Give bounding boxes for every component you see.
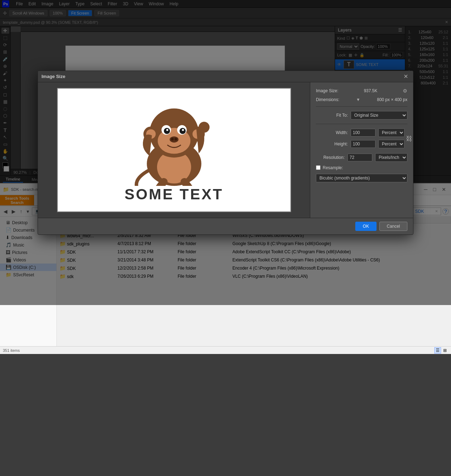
dialog-dimensions-dropdown-icon[interactable]: ▼ (356, 97, 360, 102)
dialog-ok-button[interactable]: OK (355, 222, 376, 231)
dialog-resolution-label: Resolution: (316, 155, 345, 160)
dialog-title: Image Size (41, 74, 65, 79)
dialog-resample-row: Resample: (316, 165, 407, 170)
dialog-width-label: Width: (316, 130, 348, 135)
svg-point-35 (199, 122, 210, 133)
svg-point-25 (179, 128, 185, 134)
svg-point-27 (182, 129, 184, 131)
dialog-height-label: Height: (316, 142, 348, 146)
dialog-height-input[interactable] (351, 140, 375, 148)
dialog-close-button[interactable]: ✕ (402, 73, 410, 80)
dialog-resolution-row: Resolution: Pixels/InchPixels/cm (316, 153, 407, 162)
dialog-resample-select[interactable]: Bicubic (smooth gradients) Automatic (316, 174, 407, 182)
dialog-height-row: Height: PercentPixelsInches (316, 140, 405, 148)
dialog-chain-icon: ⛓ (406, 128, 412, 150)
dialog-dimensions-label: Dimensions: (316, 97, 339, 102)
item-count-label: 351 items (3, 348, 20, 353)
dialog-image-size-label: Image Size: (316, 88, 338, 93)
dialog-image-size-row: Image Size: 937.5K ⚙ (316, 88, 407, 94)
dialog-height-unit[interactable]: PercentPixelsInches (378, 140, 405, 148)
svg-point-29 (171, 138, 174, 140)
dialog-preview-monkey (93, 97, 256, 186)
dialog-title-bar: Image Size ✕ (38, 71, 413, 82)
dialog-width-row: Width: PercentPixelsInches (316, 128, 405, 137)
svg-point-28 (169, 136, 178, 142)
dialog-fit-to-row: Fit To: Original Size Custom (316, 111, 407, 120)
dialog-preview-canvas: SOME TEXT (57, 88, 291, 212)
dialog-fit-to-label: Fit To: (316, 113, 348, 118)
dialog-cancel-button[interactable]: Cancel (379, 222, 407, 231)
svg-point-30 (174, 138, 177, 140)
image-size-dialog-overlay: Image Size ✕ (0, 0, 451, 305)
svg-point-26 (166, 129, 168, 131)
dialog-buttons: OK Cancel (38, 218, 413, 234)
dialog-separator (316, 106, 407, 107)
dialog-preview-text: SOME TEXT (124, 186, 223, 203)
dialog-dimensions-row: Dimensions: ▼ 800 px × 400 px (316, 97, 407, 102)
dialog-width-input[interactable] (351, 129, 375, 137)
dialog-resample-checkbox[interactable] (316, 165, 321, 170)
svg-point-24 (164, 128, 170, 134)
dialog-resolution-unit[interactable]: Pixels/InchPixels/cm (375, 153, 407, 162)
view-toggle-buttons: ☰ ⊞ (434, 347, 448, 354)
dialog-preview-area: SOME TEXT (38, 82, 310, 218)
dialog-wh-fields: Width: PercentPixelsInches Height: Perce… (316, 128, 405, 148)
dialog-width-unit[interactable]: PercentPixelsInches (378, 128, 405, 137)
large-icons-view-button[interactable]: ⊞ (442, 347, 448, 354)
dialog-fit-to-select[interactable]: Original Size Custom (351, 111, 407, 120)
dialog-dimensions-value: 800 px × 400 px (377, 97, 407, 102)
dialog-controls: Image Size: 937.5K ⚙ Dimensions: ▼ 800 p… (310, 82, 413, 218)
dialog-wh-chain: Width: PercentPixelsInches Height: Perce… (316, 128, 407, 150)
dialog-separator-2 (316, 124, 407, 124)
details-view-button[interactable]: ☰ (434, 347, 441, 354)
dialog-body: SOME TEXT Image Size: 937.5K ⚙ Dimension… (38, 82, 413, 218)
dialog-resolution-input[interactable] (347, 154, 372, 161)
dialog-settings-icon[interactable]: ⚙ (403, 88, 407, 94)
dialog-resample-label: Resample: (323, 165, 343, 170)
explorer-status-bar: 351 items ☰ ⊞ (0, 346, 451, 354)
image-size-dialog: Image Size ✕ (38, 71, 413, 235)
dialog-image-size-value: 937.5K (364, 88, 377, 93)
